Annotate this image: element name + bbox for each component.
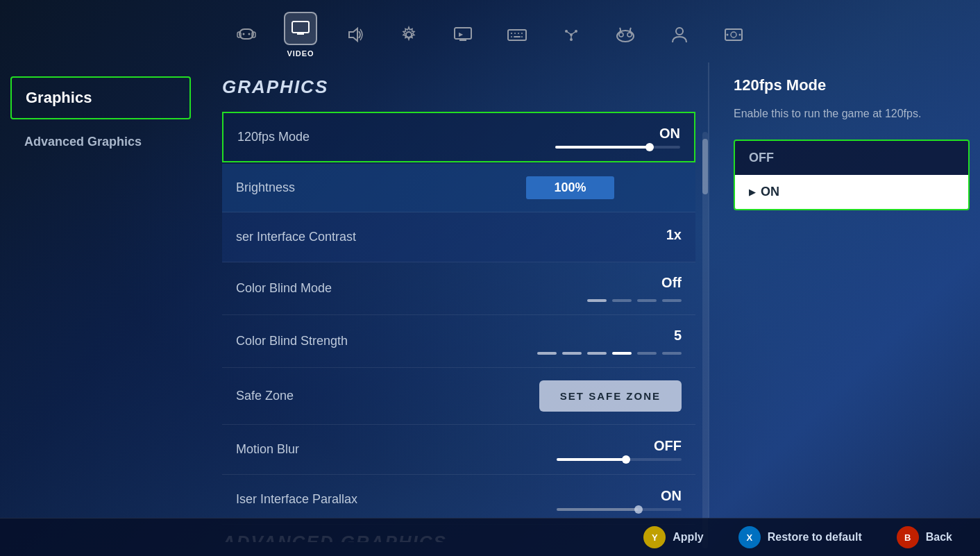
info-title: 120fps Mode	[734, 76, 963, 94]
brightness-label: Brightness	[236, 180, 459, 195]
svg-point-18	[521, 33, 523, 34]
svg-point-16	[514, 33, 516, 34]
safe-zone-row[interactable]: Safe Zone SET SAFE ZONE	[222, 368, 695, 425]
back-label: Back	[926, 531, 952, 544]
content-inner: GRAPHICS 120fps Mode ON Brightness 100%	[222, 76, 695, 542]
restore-label: Restore to default	[768, 531, 862, 544]
fps-mode-label: 120fps Mode	[237, 130, 541, 144]
ui-parallax-value: ON	[661, 488, 682, 504]
right-panel: 120fps Mode Enable this to run the game …	[716, 62, 980, 556]
nav-item-display[interactable]: ▶	[446, 18, 480, 51]
motion-blur-value: OFF	[654, 438, 682, 454]
brightness-control: 100%	[459, 176, 682, 199]
svg-line-27	[571, 31, 576, 35]
brightness-value: 100%	[554, 180, 586, 194]
account-icon	[663, 18, 696, 51]
sidebar-graphics-label: Graphics	[26, 89, 92, 106]
nav-item-network[interactable]	[555, 18, 588, 51]
set-safe-zone-button[interactable]: SET SAFE ZONE	[539, 380, 682, 412]
nav-item-replay[interactable]	[717, 18, 750, 51]
video-nav-label: VIDEO	[287, 49, 314, 58]
dropdown-item-off[interactable]: OFF	[735, 141, 968, 175]
nav-item-settings[interactable]	[392, 18, 425, 51]
color-blind-mode-value: Off	[661, 275, 682, 291]
color-blind-strength-control: 5	[537, 328, 682, 355]
ui-parallax-track	[557, 508, 682, 511]
y-icon-label: Y	[652, 532, 658, 543]
b-icon-label: B	[904, 532, 911, 543]
fps-mode-dropdown[interactable]: OFF ON	[734, 140, 970, 210]
color-blind-mode-control: Off	[543, 275, 682, 302]
svg-point-17	[518, 33, 519, 34]
ui-contrast-value: 1x	[666, 227, 682, 243]
fps-mode-thumb	[645, 143, 654, 151]
sidebar-item-advanced-graphics[interactable]: Advanced Graphics	[10, 124, 191, 160]
color-blind-strength-label: Color Blind Strength	[236, 334, 537, 348]
safe-zone-label: Safe Zone	[236, 389, 539, 403]
fps-mode-fill	[555, 146, 649, 149]
color-blind-dashes	[587, 299, 682, 302]
brightness-row[interactable]: Brightness 100%	[222, 164, 695, 212]
nav-item-gamepad[interactable]	[609, 18, 642, 51]
ui-contrast-control: 1x	[543, 227, 682, 247]
vertical-divider	[708, 62, 709, 518]
settings-icon	[392, 18, 425, 51]
sidebar: Graphics Advanced Graphics	[0, 62, 201, 556]
svg-point-21	[521, 36, 523, 37]
svg-point-32	[676, 28, 683, 35]
ui-contrast-row[interactable]: ser Interface Contrast 1x	[222, 212, 695, 262]
sidebar-item-graphics[interactable]: Graphics	[10, 76, 191, 119]
color-blind-mode-row[interactable]: Color Blind Mode Off	[222, 262, 695, 315]
nav-item-audio[interactable]	[338, 18, 371, 51]
network-icon	[555, 18, 588, 51]
controller-icon	[230, 18, 263, 51]
nav-item-keyboard[interactable]	[500, 18, 534, 51]
scroll-thumb	[702, 139, 708, 194]
svg-rect-0	[239, 29, 253, 39]
content-area: GRAPHICS 120fps Mode ON Brightness 100%	[201, 62, 716, 556]
nav-item-video[interactable]: VIDEO	[284, 12, 317, 58]
color-blind-strength-value: 5	[674, 328, 682, 344]
gamepad-icon	[609, 18, 642, 51]
svg-point-30	[619, 33, 623, 37]
ui-parallax-fill	[557, 508, 638, 511]
motion-blur-control: OFF	[543, 438, 682, 461]
restore-action[interactable]: X Restore to default	[738, 526, 862, 548]
dropdown-item-on[interactable]: ON	[735, 175, 968, 209]
nav-item-account[interactable]	[663, 18, 696, 51]
color-blind-strength-row[interactable]: Color Blind Strength 5	[222, 315, 695, 368]
svg-point-35	[727, 34, 729, 36]
strength-dashes	[537, 352, 682, 355]
motion-blur-label: Motion Blur	[236, 442, 543, 457]
svg-line-26	[566, 31, 571, 35]
motion-blur-track	[557, 458, 682, 461]
fps-mode-row[interactable]: 120fps Mode ON	[222, 112, 695, 162]
brightness-bar: 100%	[526, 176, 614, 199]
svg-rect-5	[292, 22, 309, 33]
fps-mode-track	[555, 146, 680, 149]
nav-item-controller[interactable]	[230, 18, 263, 51]
svg-point-31	[627, 33, 632, 37]
info-description: Enable this to run the game at 120fps.	[734, 106, 963, 122]
svg-point-4	[248, 33, 251, 35]
motion-blur-row[interactable]: Motion Blur OFF	[222, 425, 695, 475]
audio-icon	[338, 18, 371, 51]
apply-label: Apply	[673, 531, 703, 544]
back-action[interactable]: B Back	[897, 526, 952, 548]
replay-icon	[717, 18, 750, 51]
top-nav: VIDEO ▶	[0, 0, 980, 62]
graphics-section-title: GRAPHICS	[222, 76, 695, 98]
b-button-icon: B	[897, 526, 919, 548]
apply-action[interactable]: Y Apply	[643, 526, 703, 548]
svg-point-19	[511, 36, 512, 37]
fps-mode-control: ON	[541, 126, 680, 149]
ui-parallax-label: Iser Interface Parallax	[236, 492, 543, 507]
svg-point-3	[243, 33, 245, 35]
svg-rect-20	[514, 36, 521, 37]
x-icon-label: X	[746, 532, 752, 543]
svg-point-36	[739, 34, 741, 36]
motion-blur-fill	[557, 458, 625, 461]
scrollbar[interactable]	[702, 132, 708, 548]
sidebar-advanced-label: Advanced Graphics	[24, 135, 142, 149]
y-button-icon: Y	[643, 526, 666, 548]
